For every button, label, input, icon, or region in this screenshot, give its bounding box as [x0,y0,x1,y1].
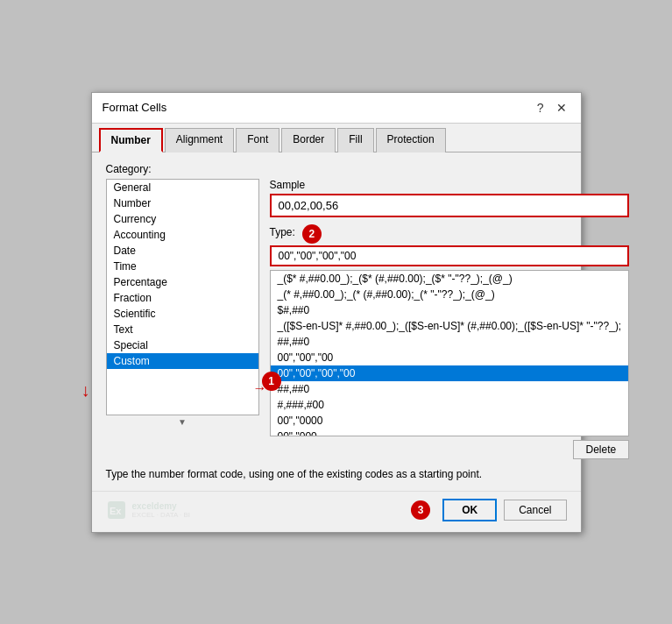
type-label: Type: [270,226,295,238]
format-cells-dialog: Format Cells ? ✕ Number Alignment Font B… [91,92,582,533]
category-time[interactable]: Time [107,259,258,274]
right-panel: Sample 00,02,00,56 Type: 2 _($* #,##0.00… [270,179,630,459]
type-row: Type: 2 [270,224,630,244]
watermark: Ex exceldemy EXCEL · DATA · BI [106,500,405,521]
tab-number[interactable]: Number [99,128,163,152]
badge-2: 2 [302,224,322,244]
description-text: Type the number format code, using one o… [106,468,567,480]
format-item[interactable]: 00","0000 [271,413,629,429]
badge-3: 3 [411,500,430,520]
format-item[interactable]: #,###,#00 [271,397,629,413]
category-percentage[interactable]: Percentage [107,274,258,290]
title-bar: Format Cells ? ✕ [92,93,581,124]
tab-alignment[interactable]: Alignment [165,128,234,152]
format-item[interactable]: 00","00","00 [271,350,629,365]
down-arrow-indicator: ↓ [81,380,90,401]
format-item[interactable]: ##,##0 [271,381,629,397]
help-button[interactable]: ? [534,100,548,116]
dialog-title: Format Cells [103,101,167,114]
svg-text:Ex: Ex [110,506,122,516]
tab-bar: Number Alignment Font Border Fill Protec… [92,124,581,152]
close-button[interactable]: ✕ [553,100,570,116]
tab-border[interactable]: Border [281,128,336,152]
category-accounting[interactable]: Accounting [107,227,258,243]
format-item[interactable]: _($* #,##0.00_);_($* (#,##0.00);_($* "-"… [271,271,629,287]
category-general[interactable]: General [107,180,258,195]
category-currency[interactable]: Currency [107,211,258,227]
category-label: Category: [106,163,567,175]
delete-button[interactable]: Delete [573,440,630,459]
category-scientific[interactable]: Scientific [107,306,258,322]
tab-protection[interactable]: Protection [376,128,446,152]
scroll-down-arrow[interactable]: ▼ [106,415,259,429]
cancel-button[interactable]: Cancel [504,500,566,521]
format-item[interactable]: $#,##0 [271,302,629,318]
category-fraction[interactable]: Fraction [107,290,258,306]
type-input-wrapper [270,245,630,266]
exceldemy-logo-icon: Ex [106,500,127,521]
category-text[interactable]: Text [107,322,258,337]
title-bar-buttons: ? ✕ [534,100,570,116]
category-list[interactable]: General Number Currency Accounting Date … [106,179,259,415]
tab-font[interactable]: Font [236,128,279,152]
sample-label: Sample [270,179,630,191]
tab-fill[interactable]: Fill [337,128,373,152]
left-panel: ↓ → 1 General Number Currency Accounting… [106,179,259,459]
footer: Ex exceldemy EXCEL · DATA · BI 3 OK Canc… [92,491,581,532]
ok-button[interactable]: OK [442,499,497,521]
main-content: ↓ → 1 General Number Currency Accounting… [106,179,567,459]
category-date[interactable]: Date [107,243,258,259]
sample-value: 00,02,00,56 [270,194,630,217]
format-list[interactable]: _($* #,##0.00_);_($* (#,##0.00);_($* "-"… [270,270,630,436]
format-item-selected[interactable]: 00","00","00","00 [271,365,629,381]
badge-1: 1 [262,372,281,391]
dialog-body: Category: ↓ → 1 General Number Currency … [92,152,581,491]
category-number[interactable]: Number [107,195,258,211]
type-input[interactable] [270,245,630,266]
category-custom[interactable]: Custom [107,353,258,369]
format-item[interactable]: _(* #,##0.00_);_(* (#,##0.00);_(* "-"??_… [271,287,629,302]
format-item[interactable]: _([$S-en-US]* #,##0.00_);_([$S-en-US]* (… [271,318,629,334]
delete-btn-row: Delete [270,440,630,459]
format-item[interactable]: ##,##0 [271,334,629,350]
category-special[interactable]: Special [107,337,258,353]
format-item[interactable]: 00","000 [271,429,629,436]
